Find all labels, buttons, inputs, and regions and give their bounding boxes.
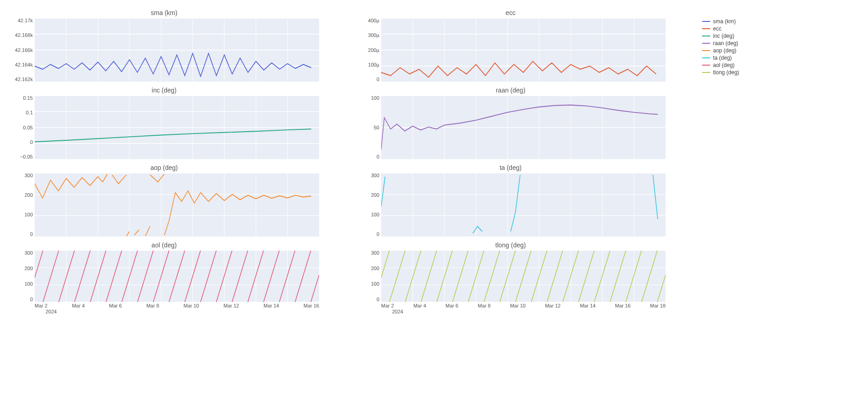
chart-title: ta (deg) [356, 164, 666, 171]
plot-surface[interactable] [35, 251, 319, 302]
legend-label: ta (deg) [713, 55, 732, 61]
plot-surface[interactable] [35, 96, 319, 159]
plot-surface[interactable] [35, 173, 319, 237]
chart-sma: sma (km) 42.17k42.168k42.166k42.164k42.1… [9, 9, 319, 82]
x-axis: Mar 2Mar 4Mar 6Mar 8Mar 10Mar 12Mar 14Ma… [35, 303, 319, 308]
y-tick: 0 [377, 77, 379, 82]
plot-surface[interactable] [381, 173, 666, 237]
y-tick: 0.05 [23, 125, 33, 130]
plot-surface[interactable] [381, 96, 666, 159]
y-tick: 0 [30, 297, 33, 302]
chart-title: inc (deg) [9, 87, 319, 94]
y-tick: 100 [371, 282, 379, 287]
y-tick: 100 [371, 96, 379, 101]
x-tick: Mar 2 [35, 303, 47, 308]
chart-title: ecc [356, 9, 666, 16]
legend-label: ecc [713, 26, 722, 32]
x-tick: Mar 12 [223, 303, 239, 308]
x-tick: Mar 6 [445, 303, 458, 308]
x-tick: Mar 10 [510, 303, 526, 308]
legend-label: raan (deg) [713, 40, 738, 46]
x-axis-year: 2024 [392, 309, 666, 314]
y-tick: 100 [371, 212, 379, 217]
chart-aop: aop (deg) 3002001000 [9, 164, 319, 237]
legend-item[interactable]: tlong (deg) [702, 69, 775, 76]
chart-title: tlong (deg) [356, 241, 666, 249]
plot-surface[interactable] [35, 18, 319, 82]
chart-raan: raan (deg) 100500 [356, 87, 666, 159]
y-tick: 100 [25, 212, 33, 217]
legend-label: tlong (deg) [713, 69, 739, 76]
legend-item[interactable]: ta (deg) [702, 55, 775, 61]
chart-ecc: ecc 400µ300µ200µ100µ0 [356, 9, 666, 82]
x-tick: Mar 4 [72, 303, 85, 308]
y-tick: −0.05 [20, 154, 33, 159]
chart-title: aol (deg) [9, 241, 319, 249]
x-tick: Mar 14 [580, 303, 595, 308]
x-tick: Mar 8 [478, 303, 491, 308]
legend-swatch [702, 28, 710, 29]
y-tick: 42.166k [15, 48, 33, 53]
y-axis: 100500 [356, 96, 381, 159]
y-tick: 0 [377, 154, 379, 159]
y-tick: 42.164k [15, 62, 33, 67]
legend-swatch [702, 43, 710, 44]
y-tick: 200µ [368, 48, 379, 53]
x-tick: Mar 10 [184, 303, 199, 308]
legend-label: inc (deg) [713, 33, 734, 39]
y-tick: 400µ [368, 18, 379, 23]
y-axis: 3002001000 [9, 251, 35, 302]
chart-ta: ta (deg) 3002001000 [356, 164, 666, 237]
legend-item[interactable]: inc (deg) [702, 33, 775, 39]
chart-tlong: tlong (deg) 3002001000 Mar 2Mar 4Mar 6Ma… [356, 241, 666, 314]
x-axis: Mar 2Mar 4Mar 6Mar 8Mar 10Mar 12Mar 14Ma… [381, 303, 666, 308]
legend-swatch [702, 57, 710, 58]
y-axis: 3002001000 [356, 251, 381, 302]
chart-title: sma (km) [9, 9, 319, 16]
x-tick: Mar 14 [264, 303, 279, 308]
legend-item[interactable]: raan (deg) [702, 40, 775, 46]
legend-label: sma (km) [713, 18, 736, 25]
y-tick: 300µ [368, 33, 379, 38]
legend-swatch [702, 21, 710, 22]
y-axis: 0.150.10.050−0.05 [9, 96, 35, 159]
y-tick: 42.17k [18, 18, 33, 23]
chart-grid: sma (km) 42.17k42.168k42.166k42.164k42.1… [9, 9, 859, 314]
legend-item[interactable]: aol (deg) [702, 62, 775, 68]
chart-title: raan (deg) [356, 87, 666, 94]
y-tick: 300 [371, 173, 379, 178]
x-tick: Mar 16 [615, 303, 630, 308]
legend-label: aop (deg) [713, 47, 736, 54]
legend: sma (km) ecc inc (deg) raan (deg) aop (d… [702, 9, 775, 314]
y-tick: 0 [377, 297, 379, 302]
legend-swatch [702, 36, 710, 36]
y-tick: 100 [25, 282, 33, 287]
y-axis: 3002001000 [356, 173, 381, 237]
legend-label: aol (deg) [713, 62, 734, 68]
y-tick: 300 [25, 251, 33, 256]
x-tick: Mar 6 [109, 303, 122, 308]
chart-aol: aol (deg) 3002001000 Mar 2Mar 4Mar 6Mar … [9, 241, 319, 314]
y-tick: 0.1 [26, 110, 33, 115]
y-tick: 300 [25, 173, 33, 178]
plot-surface[interactable] [381, 18, 666, 82]
legend-swatch [702, 65, 710, 66]
x-tick: Mar 8 [146, 303, 159, 308]
y-tick: 200 [371, 266, 379, 271]
x-axis-year: 2024 [46, 309, 319, 314]
chart-title: aop (deg) [9, 164, 319, 171]
y-tick: 100µ [368, 62, 379, 67]
y-tick: 0 [377, 232, 379, 237]
x-tick: Mar 12 [545, 303, 560, 308]
y-tick: 50 [374, 125, 379, 130]
legend-item[interactable]: ecc [702, 26, 775, 32]
x-tick: Mar 16 [304, 303, 319, 308]
y-axis: 42.17k42.168k42.166k42.164k42.162k [9, 18, 35, 82]
chart-inc: inc (deg) 0.150.10.050−0.05 [9, 87, 319, 159]
legend-item[interactable]: aop (deg) [702, 47, 775, 54]
y-tick: 200 [25, 193, 33, 198]
legend-item[interactable]: sma (km) [702, 18, 775, 25]
y-tick: 200 [25, 266, 33, 271]
plot-surface[interactable] [381, 251, 666, 302]
y-tick: 0 [30, 232, 33, 237]
